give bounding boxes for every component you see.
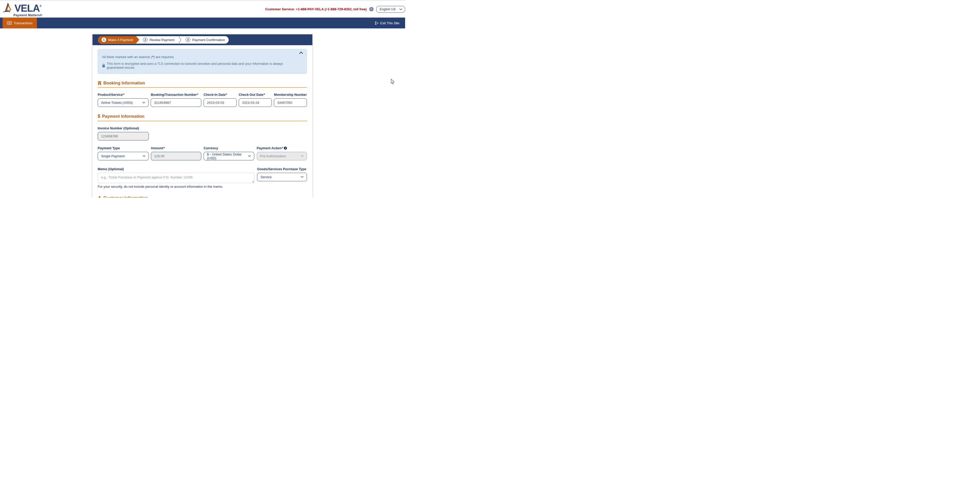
language-selected-value: English US xyxy=(380,8,396,11)
building-icon xyxy=(98,81,102,85)
step-separator-chevron-icon xyxy=(178,36,181,44)
mouse-cursor xyxy=(391,79,395,86)
field-invoice-number: Invoice Number (Optional) xyxy=(98,126,149,140)
required-asterisk: * xyxy=(164,146,165,150)
step-3-number: 3 xyxy=(186,37,190,42)
memo-row: Memo (Optional) For your security, do no… xyxy=(98,167,307,189)
field-payment-action: Payment Action* Pre-Authorization xyxy=(257,146,307,160)
payment-action-select: Pre-Authorization xyxy=(257,152,307,160)
field-currency: Currency $ - United States Dollar (USD) xyxy=(204,146,254,160)
step-2-number: 2 xyxy=(143,37,148,42)
chevron-up-icon xyxy=(299,51,303,54)
step-payment-confirmation[interactable]: 3 Payment Confirmation xyxy=(182,36,229,44)
required-asterisk: * xyxy=(197,93,199,97)
required-fields-note: All fields marked with an asterisk (*) a… xyxy=(102,55,296,59)
chevron-down-icon xyxy=(301,176,304,178)
currency-label: Currency xyxy=(204,146,254,150)
collapse-notice-button[interactable] xyxy=(299,51,303,54)
field-checkin-date: Check-In Date* xyxy=(204,93,237,107)
globe-icon[interactable] xyxy=(369,7,374,11)
vela-logo[interactable]: VELA ® Payment Matters® xyxy=(2,2,42,17)
payment-type-value: Single Payment xyxy=(101,154,124,158)
language-select[interactable]: English US xyxy=(376,6,405,13)
payment-section-heading: $ Payment Information xyxy=(98,114,307,119)
invoice-number-input xyxy=(98,132,149,140)
goods-services-label: Goods/Services Purchase Type xyxy=(257,167,307,171)
memo-label: Memo (Optional) xyxy=(98,167,255,171)
brand-tagline: Payment Matters® xyxy=(13,14,42,17)
amount-input xyxy=(151,152,202,160)
step-2-label: Review Payment xyxy=(150,38,174,42)
nav-tab-transactions[interactable]: Transactions xyxy=(3,17,37,29)
payment-action-label: Payment Action* xyxy=(257,146,307,150)
product-service-label: Product/Service* xyxy=(98,93,149,97)
currency-select[interactable]: $ - United States Dollar (USD) xyxy=(204,152,254,160)
banknote-icon xyxy=(7,21,12,25)
field-amount: Amount* xyxy=(151,146,202,160)
checkin-date-label: Check-In Date* xyxy=(204,93,237,97)
payment-form-card: 1 Make A Payment 2 Review Payment 3 Paym… xyxy=(92,34,313,198)
booking-section-title: Booking Information xyxy=(103,81,145,86)
checkout-date-label: Check-Out Date* xyxy=(239,93,272,97)
payment-type-select[interactable]: Single Payment xyxy=(98,152,149,160)
brand-name: VELA xyxy=(14,3,40,13)
dollar-icon: $ xyxy=(98,114,100,119)
step-1-number: 1 xyxy=(102,37,106,42)
required-asterisk: * xyxy=(282,146,283,150)
invoice-row: Invoice Number (Optional) xyxy=(98,126,307,140)
field-product-service: Product/Service* Airline Tickets (V003) xyxy=(98,93,149,107)
booking-fields-row: Product/Service* Airline Tickets (V003) … xyxy=(98,93,307,107)
customer-service-text: Customer Service: +1-888-PAY-VELA (+1-88… xyxy=(265,7,367,11)
booking-number-label: Booking/Transaction Number* xyxy=(151,93,201,97)
customer-section-title: Customer Information xyxy=(103,195,148,198)
page-header: VELA ® Payment Matters® Customer Service… xyxy=(0,1,405,17)
goods-services-select[interactable]: Service xyxy=(257,173,307,181)
exit-label: Exit This Site xyxy=(380,21,399,25)
booking-number-input[interactable] xyxy=(151,98,201,107)
memo-textarea[interactable] xyxy=(98,173,255,183)
product-service-select[interactable]: Airline Tickets (V003) xyxy=(98,98,149,107)
step-3-label: Payment Confirmation xyxy=(192,38,225,42)
step-1-label: Make A Payment xyxy=(108,38,133,42)
payment-action-value: Pre-Authorization xyxy=(260,154,286,158)
payment-type-label: Payment Type xyxy=(98,146,149,150)
required-asterisk: * xyxy=(123,93,124,97)
chevron-down-icon xyxy=(142,102,145,103)
tls-note: This form is encrypted and uses a TLS co… xyxy=(102,62,296,70)
invoice-number-label: Invoice Number (Optional) xyxy=(98,126,149,130)
vela-logo-mark-icon xyxy=(2,2,14,13)
info-circle-icon[interactable] xyxy=(284,146,287,150)
chevron-down-icon xyxy=(248,155,251,157)
customer-section-heading: Customer Information xyxy=(98,195,307,198)
field-membership-number: Membership Number xyxy=(274,93,307,107)
amount-label: Amount* xyxy=(151,146,202,150)
required-asterisk: * xyxy=(264,93,265,97)
checkin-date-input[interactable] xyxy=(204,98,237,107)
checkout-date-input[interactable] xyxy=(239,98,272,107)
lock-icon xyxy=(102,64,105,67)
sign-out-icon xyxy=(375,21,379,25)
field-booking-number: Booking/Transaction Number* xyxy=(151,93,201,107)
field-goods-services: Goods/Services Purchase Type Service xyxy=(257,167,307,189)
exit-this-site-button[interactable]: Exit This Site xyxy=(375,21,399,25)
membership-number-input[interactable] xyxy=(274,98,307,107)
payment-section-title: Payment Information xyxy=(102,114,145,119)
chevron-down-icon xyxy=(399,8,402,10)
brand-registered-mark: ® xyxy=(40,5,41,8)
chevron-down-icon xyxy=(143,155,145,157)
field-checkout-date: Check-Out Date* xyxy=(239,93,272,107)
field-memo: Memo (Optional) For your security, do no… xyxy=(98,167,255,189)
chevron-down-icon xyxy=(301,155,304,157)
step-make-a-payment[interactable]: 1 Make A Payment xyxy=(98,36,139,44)
main-navbar: Transactions Exit This Site xyxy=(0,17,405,29)
nav-transactions-label: Transactions xyxy=(14,21,33,25)
security-notice: All fields marked with an asterisk (*) a… xyxy=(98,49,307,74)
payment-fields-row: Payment Type Single Payment Amount* Curr… xyxy=(98,146,307,160)
memo-security-note: For your security, do not include person… xyxy=(98,185,255,189)
currency-value: $ - United States Dollar (USD) xyxy=(207,152,247,160)
person-icon xyxy=(98,196,102,198)
progress-steps: 1 Make A Payment 2 Review Payment 3 Paym… xyxy=(98,36,229,44)
product-service-value: Airline Tickets (V003) xyxy=(101,101,133,105)
step-review-payment[interactable]: 2 Review Payment xyxy=(139,36,178,44)
booking-section-heading: Booking Information xyxy=(98,81,307,86)
